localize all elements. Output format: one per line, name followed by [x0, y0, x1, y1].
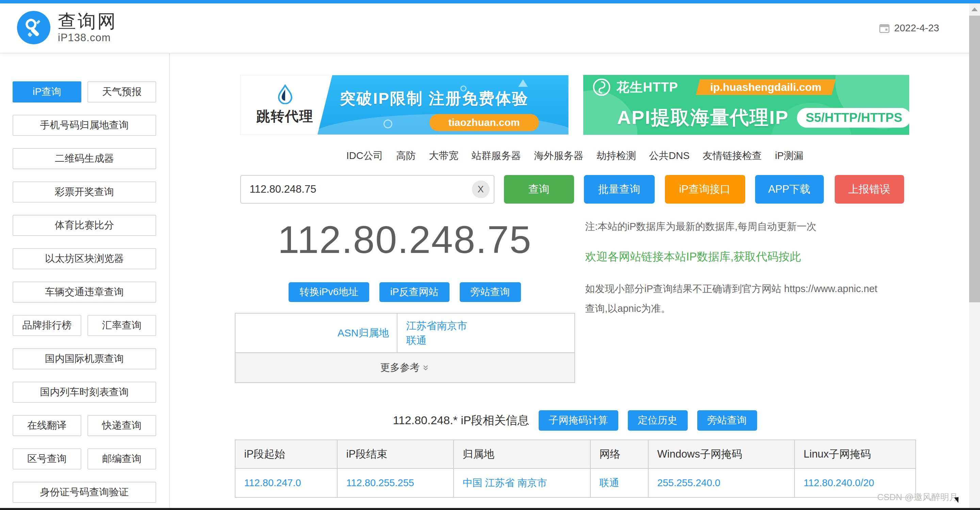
banner-right-domain-tag: ip.huashengdaili.com [696, 79, 836, 95]
banner-right-domain: ip.huashengdaili.com [710, 81, 821, 94]
ip-segment-section: 112.80.248.* iP段相关信息 子网掩码计算 定位历史 旁站查询 iP… [235, 410, 915, 498]
sidebar-item-flight-ticket[interactable]: 国内国际机票查询 [13, 348, 156, 370]
asn-location-link[interactable]: ASN归属地 [337, 326, 389, 340]
more-reference-bar[interactable]: 更多参考 » [235, 352, 574, 382]
sidebar-item-ip-query[interactable]: iP查询 [13, 81, 81, 102]
cell-location[interactable]: 中国 江苏省 南京市 [453, 469, 590, 497]
sidebar-item-area-code[interactable]: 区号查询 [13, 448, 81, 470]
report-error-button[interactable]: 上报错误 [835, 175, 904, 204]
app-download-button[interactable]: APP下载 [755, 175, 824, 204]
sidebar: iP查询 天气预报 手机号码归属地查询 二维码生成器 彩票开奖查询 体育比赛比分… [0, 53, 170, 507]
apnic-note: 如发现小部分iP查询结果不正确请到官方网站 https://www.apnic.… [585, 279, 885, 318]
nav-link-gaofang[interactable]: 高防 [396, 150, 416, 161]
banner-right-top-row: 花生HTTP ip.huashengdaili.com [593, 78, 834, 96]
nav-link-friendlink-check[interactable]: 友情链接检查 [703, 150, 762, 161]
sidebar-item-lottery[interactable]: 彩票开奖查询 [13, 182, 156, 202]
current-date: 2022-4-23 [894, 22, 939, 34]
service-links-row: IDC公司 高防 大带宽 站群服务器 海外服务器 劫持检测 公共DNS 友情链接… [235, 149, 915, 163]
sidebar-item-eth-explorer[interactable]: 以太坊区块浏览器 [13, 248, 156, 269]
neighbor-site-button[interactable]: 旁站查询 [460, 282, 521, 302]
ip-api-button[interactable]: iP查询接口 [665, 175, 745, 204]
sidebar-item-postcode[interactable]: 邮编查询 [88, 448, 156, 470]
convert-ipv6-button[interactable]: 转换iPv6地址 [288, 282, 369, 302]
sidebar-item-phone-location[interactable]: 手机号码归属地查询 [13, 115, 156, 136]
banner-right-title: API提取海量代理IP [617, 105, 789, 131]
banner-dot-decor [383, 120, 392, 128]
asn-row: ASN归属地 江苏省南京市 联通 [235, 314, 574, 352]
vertical-scrollbar[interactable] [969, 3, 980, 508]
result-columns: 112.80.248.75 转换iPv6地址 iP反查网站 旁站查询 ASN归属… [235, 204, 915, 383]
huasheng-peanut-icon [593, 78, 611, 96]
sidebar-item-brand-ranking[interactable]: 品牌排行榜 [13, 315, 81, 336]
db-update-note: 注:本站的iP数据库为最新的数据库,每周自动更新一次 [585, 220, 915, 234]
asn-label-cell: ASN归属地 [235, 314, 398, 352]
cell-windows-mask[interactable]: 255.255.240.0 [648, 469, 795, 497]
nav-link-server-cluster[interactable]: 站群服务器 [472, 150, 521, 161]
nav-link-overseas-server[interactable]: 海外服务器 [534, 150, 583, 161]
ad-banner-huasheng[interactable]: 花生HTTP ip.huashengdaili.com API提取海量代理IP … [583, 75, 909, 135]
sidebar-item-weather[interactable]: 天气预报 [88, 81, 156, 102]
asn-location-value[interactable]: 江苏省南京市 [406, 318, 574, 333]
more-reference-label: 更多参考 [380, 361, 420, 375]
ip-tools-row: 转换iPv6地址 iP反查网站 旁站查询 [235, 282, 575, 302]
sidebar-item-translate[interactable]: 在线翻译 [13, 415, 81, 436]
banner-brand-block: 跳转代理 [240, 75, 330, 134]
nav-link-hijack-check[interactable]: 劫持检测 [597, 150, 636, 161]
site-header: 查询网 iP138.com 2022-4-23 [0, 3, 980, 53]
sidebar-item-exchange-rate[interactable]: 汇率查询 [88, 315, 156, 336]
nav-link-idc[interactable]: IDC公司 [347, 150, 383, 161]
logo-text: 查询网 iP138.com [58, 11, 117, 44]
nav-link-public-dns[interactable]: 公共DNS [649, 150, 689, 161]
asn-value-cell[interactable]: 江苏省南京市 联通 [398, 314, 574, 352]
ip-search-input[interactable] [240, 175, 495, 204]
banner-row: 跳转代理 突破IP限制 注册免费体验 tiaozhuan.com 花生HTTP [240, 75, 915, 135]
ip-segment-table: iP段起始 iP段结束 归属地 网络 Windows子网掩码 Linux子网掩码… [235, 440, 916, 498]
logo-title: 查询网 [58, 11, 117, 31]
subnet-calc-button[interactable]: 子网掩码计算 [539, 410, 618, 431]
col-header-range-start: iP段起始 [235, 440, 337, 469]
queried-ip-display: 112.80.248.75 [235, 217, 575, 262]
col-header-windows-mask: Windows子网掩码 [648, 440, 795, 469]
query-button[interactable]: 查询 [504, 175, 574, 204]
main-content: 跳转代理 突破IP限制 注册免费体验 tiaozhuan.com 花生HTTP [235, 75, 915, 498]
cell-network[interactable]: 联通 [590, 469, 648, 497]
site-logo[interactable]: 查询网 iP138.com [17, 11, 117, 44]
segment-header: 112.80.248.* iP段相关信息 子网掩码计算 定位历史 旁站查询 [235, 410, 915, 431]
banner-triangle-decor [518, 79, 528, 87]
nav-link-bandwidth[interactable]: 大带宽 [429, 150, 459, 161]
ad-banner-tiaozhuan[interactable]: 跳转代理 突破IP限制 注册免费体验 tiaozhuan.com [240, 75, 569, 135]
table-row: 112.80.247.0 112.80.255.255 中国 江苏省 南京市 联… [235, 469, 916, 497]
cell-range-end[interactable]: 112.80.255.255 [337, 469, 453, 497]
table-header-row: iP段起始 iP段结束 归属地 网络 Windows子网掩码 Linux子网掩码 [235, 440, 916, 469]
col-header-range-end: iP段结束 [337, 440, 453, 469]
sidebar-item-express-tracking[interactable]: 快递查询 [88, 415, 156, 436]
banner-right-protocol-badge: S5/HTTP/HTTPS [797, 108, 909, 128]
reverse-lookup-button[interactable]: iP反查网站 [379, 282, 450, 302]
header-date: 2022-4-23 [879, 22, 939, 34]
scrollbar-thumb[interactable] [969, 16, 980, 302]
scrollbar-up-button[interactable] [969, 3, 980, 15]
location-history-button[interactable]: 定位历史 [628, 410, 688, 431]
watermark-text: CSDN @邀风醉明月 [877, 491, 958, 503]
asn-isp-value[interactable]: 联通 [406, 333, 574, 348]
sidebar-item-qrcode[interactable]: 二维码生成器 [13, 148, 156, 169]
sidebar-item-sports-score[interactable]: 体育比赛比分 [13, 215, 156, 236]
get-code-link[interactable]: 欢迎各网站链接本站IP数据库,获取代码按此 [585, 249, 915, 265]
sidebar-inner: iP查询 天气预报 手机号码归属地查询 二维码生成器 彩票开奖查询 体育比赛比分… [13, 81, 156, 503]
clear-input-icon[interactable]: X [472, 180, 490, 198]
top-accent-bar [0, 0, 980, 3]
cell-range-start[interactable]: 112.80.247.0 [235, 469, 337, 497]
result-left-column: 112.80.248.75 转换iPv6地址 iP反查网站 旁站查询 ASN归属… [235, 204, 575, 383]
col-header-location: 归属地 [453, 440, 590, 469]
neighbor-site-button-2[interactable]: 旁站查询 [697, 410, 757, 431]
banner-right-brand: 花生HTTP [617, 79, 678, 96]
sidebar-item-id-verify[interactable]: 身份证号码查询验证 [13, 482, 156, 503]
nav-link-ip-leak[interactable]: iP测漏 [775, 150, 804, 161]
ip-input-wrap: X [240, 175, 495, 204]
result-right-column: 注:本站的iP数据库为最新的数据库,每周自动更新一次 欢迎各网站链接本站IP数据… [575, 204, 915, 383]
logo-tools-icon [17, 11, 50, 44]
calendar-icon [879, 24, 889, 33]
sidebar-item-traffic-violation[interactable]: 车辆交通违章查询 [13, 282, 156, 303]
sidebar-item-train-schedule[interactable]: 国内列车时刻表查询 [13, 382, 156, 403]
batch-query-button[interactable]: 批量查询 [584, 175, 655, 204]
